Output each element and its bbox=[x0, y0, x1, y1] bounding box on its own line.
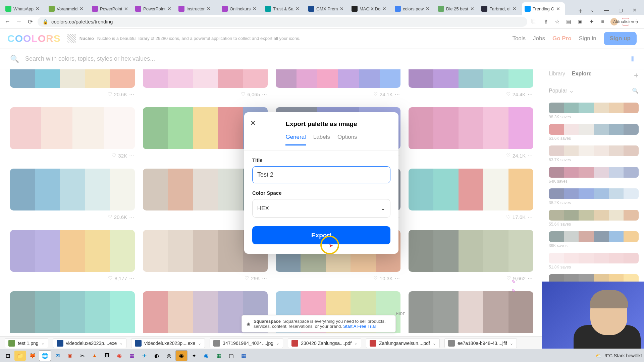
favicon bbox=[222, 6, 228, 12]
browser-tab[interactable]: Trust & Sa✕ bbox=[262, 2, 305, 15]
favicon bbox=[481, 6, 487, 12]
tab-close-icon[interactable]: ✕ bbox=[382, 6, 386, 11]
ad-cta[interactable]: Start A Free Trial bbox=[343, 324, 376, 329]
chevron-down-icon[interactable]: ⌄ bbox=[276, 341, 279, 346]
tab-close-icon[interactable]: ✕ bbox=[470, 6, 474, 11]
tab-close-icon[interactable]: ✕ bbox=[556, 6, 560, 11]
browser-tab[interactable]: Voranmeld✕ bbox=[46, 2, 89, 15]
excel-icon[interactable]: ▦ bbox=[213, 351, 224, 361]
tab-close-icon[interactable]: ✕ bbox=[296, 6, 300, 11]
favicon bbox=[352, 6, 358, 12]
tab-close-icon[interactable]: ✕ bbox=[426, 6, 430, 11]
weather-icon[interactable]: ⛅ bbox=[596, 353, 601, 358]
browser-tab[interactable]: GMX Prem✕ bbox=[306, 2, 348, 15]
tab-close-icon[interactable]: ✕ bbox=[167, 6, 171, 11]
cursor-icon: ➤ bbox=[329, 242, 333, 249]
modal-tab-options[interactable]: Options bbox=[337, 134, 357, 145]
start-button[interactable]: ⊞ bbox=[2, 351, 13, 361]
download-item[interactable]: 230420 Zahlungsa....pdf⌄ bbox=[288, 338, 361, 348]
chevron-down-icon[interactable]: ⌄ bbox=[41, 341, 45, 346]
colorspace-select[interactable]: HEX ⌄ bbox=[252, 199, 390, 218]
minimize-button[interactable]: — bbox=[600, 5, 613, 15]
tab-title: Farbrad, ei bbox=[489, 6, 511, 11]
tab-close-icon[interactable]: ✕ bbox=[253, 6, 257, 11]
download-item[interactable]: test 1.png⌄ bbox=[5, 338, 48, 348]
outlook-icon[interactable]: ✉ bbox=[52, 351, 63, 361]
edge-icon[interactable]: ◉ bbox=[201, 351, 212, 361]
export-button[interactable]: Export bbox=[252, 226, 390, 244]
play-icon[interactable]: ▣ bbox=[576, 18, 584, 25]
chevron-down-icon[interactable]: ⌄ bbox=[586, 5, 599, 15]
reader-icon[interactable]: ▤ bbox=[565, 18, 572, 25]
file-icon bbox=[57, 340, 63, 347]
url-field[interactable]: 🔒 coolors.co/palettes/trending bbox=[38, 17, 527, 27]
ad-hide[interactable]: HIDE bbox=[396, 312, 406, 316]
translate-icon[interactable]: ⿻ bbox=[531, 18, 538, 25]
bookmark-icon[interactable]: ☆ bbox=[553, 18, 561, 25]
snip-icon[interactable]: ✂ bbox=[76, 351, 88, 361]
firefox-icon[interactable]: 🦊 bbox=[27, 351, 38, 361]
word-icon[interactable]: ▦ bbox=[238, 351, 249, 361]
chrome-icon[interactable]: 🌐 bbox=[39, 351, 51, 361]
download-item[interactable]: 3471961984_4024....jpg⌄ bbox=[210, 338, 283, 348]
kebab-icon[interactable]: ⋮ bbox=[633, 18, 641, 25]
maximize-button[interactable]: ▢ bbox=[614, 5, 627, 15]
vlc-icon[interactable]: ▲ bbox=[89, 351, 100, 361]
chevron-down-icon[interactable]: ⌄ bbox=[433, 341, 436, 346]
download-item[interactable]: videodeluxe2023p....exe⌄ bbox=[53, 338, 127, 348]
title-label: Title bbox=[252, 157, 390, 163]
app-icon[interactable]: ▢ bbox=[225, 351, 237, 361]
browser-tab[interactable]: PowerPoint✕ bbox=[89, 2, 132, 15]
download-item[interactable]: Zahlungsanweisun....pdf⌄ bbox=[366, 338, 440, 348]
url-text: coolors.co/palettes/trending bbox=[51, 19, 113, 24]
browser-tab[interactable]: Trending C✕ bbox=[522, 2, 565, 15]
photos-icon[interactable]: 🖼 bbox=[101, 351, 113, 361]
extensions-icon[interactable]: ✦ bbox=[588, 18, 595, 25]
browser-tab[interactable]: Die 25 best✕ bbox=[435, 2, 478, 15]
download-item[interactable]: ee7a180a-b948-43....jfif⌄ bbox=[444, 338, 517, 348]
tab-close-icon[interactable]: ✕ bbox=[513, 6, 517, 11]
ad-banner[interactable]: ◉ Squarespace Squarespace is everything … bbox=[241, 315, 396, 333]
browser-tab[interactable]: MAGIX Do✕ bbox=[349, 2, 392, 15]
close-window-button[interactable]: ✕ bbox=[628, 5, 641, 15]
app-icon[interactable]: ◎ bbox=[163, 351, 175, 361]
share-icon[interactable]: ⇪ bbox=[542, 18, 549, 25]
tab-close-icon[interactable]: ✕ bbox=[79, 6, 84, 11]
file-explorer-icon[interactable]: 📁 bbox=[14, 351, 26, 361]
favicon bbox=[525, 6, 531, 12]
title-input[interactable] bbox=[252, 166, 390, 183]
browser-tab[interactable]: PowerPoint✕ bbox=[132, 2, 175, 15]
browser-tab[interactable]: colors pow✕ bbox=[392, 2, 435, 15]
powerpoint-icon[interactable]: ▣ bbox=[64, 351, 75, 361]
back-button[interactable]: ← bbox=[3, 18, 11, 26]
browser-tab[interactable]: Onlinekurs✕ bbox=[219, 2, 262, 15]
todoist-icon[interactable]: ◉ bbox=[114, 351, 125, 361]
tab-close-icon[interactable]: ✕ bbox=[340, 6, 344, 11]
new-tab-button[interactable]: + bbox=[575, 7, 586, 15]
chevron-down-icon[interactable]: ⌄ bbox=[510, 341, 513, 346]
app-icon[interactable]: ◉ bbox=[176, 351, 187, 361]
onenote-icon[interactable]: ▦ bbox=[126, 351, 138, 361]
colorspace-label: Color Space bbox=[252, 190, 390, 196]
chevron-down-icon[interactable]: ⌄ bbox=[198, 341, 201, 346]
tab-close-icon[interactable]: ✕ bbox=[36, 6, 40, 11]
download-item[interactable]: videodeluxe2023p....exe⌄ bbox=[131, 338, 205, 348]
app-icon[interactable]: ◐ bbox=[151, 351, 162, 361]
browser-tab[interactable]: Farbrad, ei✕ bbox=[479, 2, 522, 15]
telegram-icon[interactable]: ✈ bbox=[139, 351, 150, 361]
browser-tab[interactable]: WhatsApp✕ bbox=[3, 2, 46, 15]
chevron-down-icon[interactable]: ⌄ bbox=[119, 341, 123, 346]
chevron-down-icon[interactable]: ⌄ bbox=[354, 341, 358, 346]
tab-close-icon[interactable]: ✕ bbox=[124, 6, 128, 11]
menu-icon[interactable]: ≡ bbox=[599, 18, 606, 25]
forward-button[interactable]: → bbox=[15, 18, 23, 26]
app-icon[interactable]: ✦ bbox=[188, 351, 200, 361]
reload-button[interactable]: ⟳ bbox=[26, 18, 34, 26]
tab-close-icon[interactable]: ✕ bbox=[207, 6, 211, 11]
address-bar: ← → ⟳ 🔒 coolors.co/palettes/trending ⿻ ⇪… bbox=[0, 15, 644, 28]
browser-tab[interactable]: Instructor✕ bbox=[176, 2, 219, 15]
aktualisieren-button[interactable]: Aktualisieren bbox=[622, 18, 629, 25]
close-icon[interactable]: ✕ bbox=[250, 119, 256, 127]
modal-tab-labels[interactable]: Labels bbox=[313, 134, 330, 145]
modal-tab-general[interactable]: General bbox=[285, 134, 306, 145]
